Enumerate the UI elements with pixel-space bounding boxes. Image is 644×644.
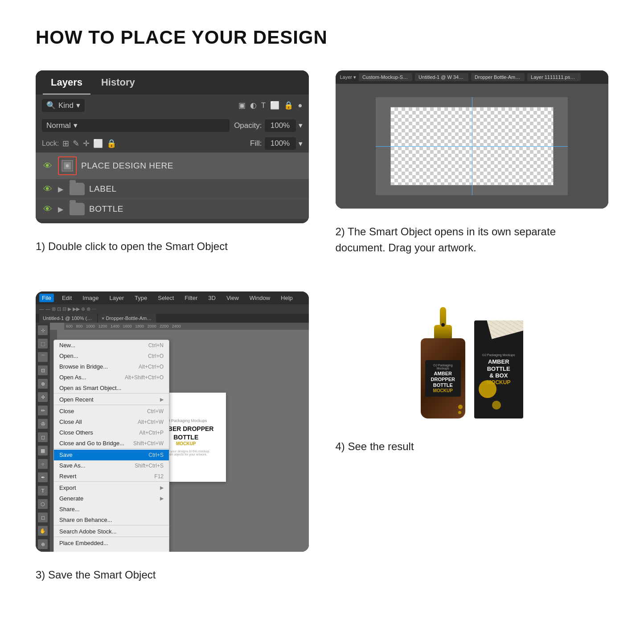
menu-item-open-recent[interactable]: Open Recent ▶ (54, 394, 169, 405)
tool-hand[interactable]: ✋ (38, 526, 48, 536)
menu-item-place-linked[interactable]: Place Linked... (54, 549, 169, 552)
ps-tab-1[interactable]: Custom-Mockup-Square.psd (359, 73, 412, 81)
menu-item-generate[interactable]: Generate ▶ (54, 493, 169, 504)
blend-mode-dropdown[interactable]: Normal ▾ (42, 119, 230, 132)
menu-item-close-go[interactable]: Close and Go to Bridge... Shift+Ctrl+W (54, 438, 169, 449)
shape-filter-icon[interactable]: ⬜ (270, 101, 279, 110)
layer-expand-arrow-bottle[interactable]: ▶ (58, 205, 63, 213)
menu-image[interactable]: Image (80, 294, 101, 302)
smart-filter-icon[interactable]: 🔒 (284, 101, 293, 110)
filter-kind-dropdown[interactable]: 🔍 Kind ▾ (42, 99, 85, 112)
menu-item-new[interactable]: New... Ctrl+N (54, 340, 169, 351)
adjustment-filter-icon[interactable]: ◐ (250, 101, 257, 110)
tab-layers[interactable]: Layers (43, 70, 90, 94)
menu-3d[interactable]: 3D (205, 294, 218, 302)
menu-close-go-shortcut: Shift+Ctrl+W (133, 440, 164, 447)
chevron-down-icon: ▾ (76, 101, 80, 110)
layer-visibility-icon-label[interactable]: 👁 (42, 183, 53, 195)
tool-shape[interactable]: ◻ (38, 513, 48, 522)
box-gold-dots (479, 380, 501, 410)
tool-clone[interactable]: ✇ (38, 419, 48, 429)
caption-1: 1) Double click to open the Smart Object (36, 238, 228, 254)
menu-filter[interactable]: Filter (182, 294, 200, 302)
smart-object-icon (61, 160, 74, 172)
pixel-filter-icon[interactable]: ▣ (238, 101, 246, 110)
ps-main-area: ⊹ ⬚ ⌒ ⊡ ⊗ ✢ ✏ ✇ ◻ ▦ ○ ✒ T ⬡ ◻ (36, 323, 309, 552)
move-lock-icon[interactable]: ✛ (83, 139, 90, 148)
menu-window[interactable]: Window (247, 294, 273, 302)
tool-lasso[interactable]: ⌒ (38, 352, 48, 362)
tool-pen[interactable]: ✒ (38, 472, 48, 482)
brush-lock-icon[interactable]: ✎ (73, 139, 79, 148)
artboard-lock-icon[interactable]: ⬜ (93, 139, 103, 148)
tool-select[interactable]: ⬚ (38, 339, 48, 349)
page-title: HOW TO PLACE YOUR DESIGN (36, 27, 608, 48)
ps-tab-4[interactable]: Layer 1111111.psb @ 25% (Background Colo… (527, 73, 581, 81)
menu-item-export[interactable]: Export ▶ (54, 483, 169, 493)
menu-help[interactable]: Help (278, 294, 295, 302)
menu-edit[interactable]: Edit (59, 294, 74, 302)
layer-visibility-icon-design[interactable]: 👁 (42, 160, 53, 172)
ps-tab-3[interactable]: Dropper Bottle-Amber-Glass-Plasti... (471, 73, 525, 81)
menu-type[interactable]: Type (132, 294, 150, 302)
tool-zoom[interactable]: ⊕ (38, 539, 48, 549)
menu-item-search-stock[interactable]: Search Adobe Stock... (54, 526, 169, 537)
caption-3: 3) Save the Smart Object (36, 567, 156, 583)
menu-item-open-smart[interactable]: Open as Smart Object... (54, 383, 169, 394)
menu-item-save[interactable]: Save Ctrl+S (54, 450, 169, 460)
tool-heal[interactable]: ✢ (38, 392, 48, 402)
tool-eraser[interactable]: ◻ (38, 432, 48, 442)
menu-browse-label: Browse in Bridge... (59, 363, 108, 370)
menu-layer[interactable]: Layer (107, 294, 127, 302)
menu-item-open[interactable]: Open... Ctrl+O (54, 351, 169, 361)
type-filter-icon[interactable]: T (261, 101, 266, 110)
checkerboard-lock-icon[interactable]: ⊞ (62, 139, 69, 148)
menu-item-revert[interactable]: Revert F12 (54, 471, 169, 482)
toggle-filter-icon[interactable]: ● (298, 101, 302, 110)
menu-item-browse[interactable]: Browse in Bridge... Alt+Ctrl+O (54, 361, 169, 372)
tool-brush[interactable]: ✏ (38, 406, 48, 415)
opacity-input[interactable]: 100% (265, 119, 296, 132)
opacity-arrow[interactable]: ▾ (299, 121, 303, 130)
menu-save-label: Save (59, 451, 73, 458)
menu-view[interactable]: View (224, 294, 242, 302)
menu-item-open-as[interactable]: Open As... Alt+Shift+Ctrl+O (54, 372, 169, 383)
layer-item-label[interactable]: 👁 ▶ LABEL (36, 179, 309, 199)
layer-expand-arrow-label[interactable]: ▶ (58, 185, 63, 193)
ps-tab-2[interactable]: Untitled-1 @ W 34% Layer 2 s... (415, 73, 468, 81)
menu-select[interactable]: Select (155, 294, 176, 302)
ps-file-tab-2[interactable]: × Dropper-Bottle-Amber-Glass-1.psd (98, 314, 156, 323)
submenu-arrow-recent: ▶ (160, 397, 164, 402)
menu-file[interactable]: File (39, 294, 54, 302)
menu-item-save-as[interactable]: Save As... Shift+Ctrl+S (54, 460, 169, 471)
menu-item-close-others[interactable]: Close Others Alt+Ctrl+P (54, 427, 169, 438)
menu-item-close-all[interactable]: Close All Alt+Ctrl+W (54, 417, 169, 427)
menu-item-share[interactable]: Share... (54, 504, 169, 515)
ruler-horizontal: 600 800 1000 1200 1400 1600 1800 2000 22… (64, 323, 309, 330)
fill-arrow[interactable]: ▾ (299, 139, 303, 148)
fill-input[interactable]: 100% (265, 137, 296, 150)
tool-path[interactable]: ⬡ (38, 499, 48, 509)
menu-search-stock-label: Search Adobe Stock... (59, 528, 117, 535)
ps-topbar: Layer ▾ Custom-Mockup-Square.psd Untitle… (336, 70, 609, 84)
layer-item-bottle[interactable]: 👁 ▶ BOTTLE (36, 199, 309, 219)
bottle-title-text: AMBERDROPPERBOTTLE (428, 371, 458, 389)
layer-item-design[interactable]: 👁 PLACE DESIGN HERE (36, 152, 309, 179)
gold-dot-big (479, 380, 496, 398)
tab-history[interactable]: History (93, 70, 143, 94)
tool-crop[interactable]: ⊡ (38, 365, 48, 375)
menu-item-share-behance[interactable]: Share on Behance... (54, 515, 169, 525)
tool-type[interactable]: T (38, 486, 48, 496)
layer-visibility-icon-bottle[interactable]: 👁 (42, 203, 53, 215)
tool-move[interactable]: ⊹ (38, 325, 48, 335)
all-lock-icon[interactable]: 🔒 (107, 139, 116, 148)
ps-file-tab-1[interactable]: Untitled-1 @ 100% (Layer 2 c... (39, 314, 97, 323)
menu-item-close[interactable]: Close Ctrl+W (54, 406, 169, 417)
tool-eyedrop[interactable]: ⊗ (38, 379, 48, 389)
menu-item-place-embedded[interactable]: Place Embedded... (54, 538, 169, 549)
tool-dodge[interactable]: ○ (38, 459, 48, 469)
menu-close-all-label: Close All (59, 418, 82, 425)
tool-gradient[interactable]: ▦ (38, 446, 48, 455)
layer-folder-icon-label (70, 183, 85, 195)
bottle-label: OJ Packaging Mockups AMBERDROPPERBOTTLE … (425, 360, 461, 397)
